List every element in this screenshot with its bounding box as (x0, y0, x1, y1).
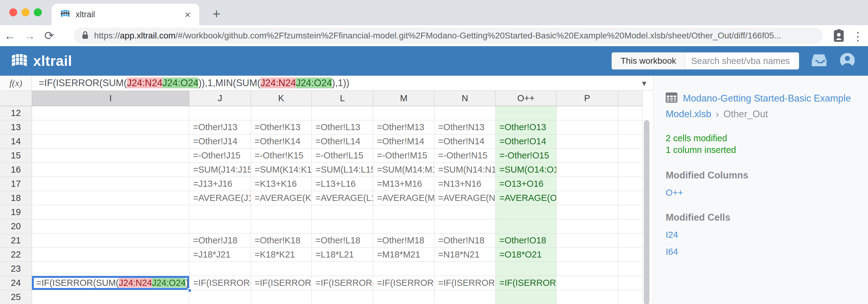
cell-O24[interactable]: =IF(ISERROR(O (496, 276, 557, 290)
cell-J12[interactable] (189, 106, 251, 120)
new-tab-button[interactable]: + (208, 5, 225, 23)
cell-I18[interactable] (32, 191, 189, 205)
cell-L22[interactable]: =L18*L21 (312, 248, 373, 262)
cell-M19[interactable] (373, 205, 434, 219)
user-avatar[interactable] (839, 52, 856, 70)
row-header-22[interactable]: 22 (0, 248, 32, 262)
cell-P19[interactable] (557, 205, 618, 219)
cell-J23[interactable] (189, 262, 251, 276)
row-header-25[interactable]: 25 (0, 290, 32, 304)
cell-O23[interactable] (496, 262, 557, 276)
cell-J24[interactable]: =IF(ISERROR(J (189, 276, 251, 290)
cell-N21[interactable]: =Other!N18 (434, 234, 496, 248)
cell-M21[interactable]: =Other!M18 (373, 234, 434, 248)
cell-L25[interactable] (312, 290, 373, 304)
row-header-14[interactable]: 14 (0, 134, 32, 149)
cell-J17[interactable]: =J13+J16 (189, 177, 251, 191)
cell-J20[interactable] (189, 219, 251, 234)
cell-N25[interactable] (434, 290, 496, 304)
row-header-15[interactable]: 15 (0, 149, 32, 163)
cell-L17[interactable]: =L13+L16 (312, 177, 373, 191)
cell-O14[interactable]: =Other!O14 (496, 134, 557, 149)
cell-M20[interactable] (373, 219, 434, 234)
cell-L18[interactable]: =AVERAGE(L13 (312, 191, 373, 205)
this-workbook-button[interactable]: This workbook (612, 52, 685, 69)
cell-M16[interactable]: =SUM(M14:M15) (373, 163, 434, 177)
cell-O20[interactable] (496, 219, 557, 234)
cell-partial-23[interactable] (618, 262, 643, 276)
select-all-corner[interactable] (0, 91, 32, 106)
row-header-23[interactable]: 23 (0, 262, 32, 276)
cell-I14[interactable] (32, 134, 189, 149)
cell-K17[interactable]: =K13+K16 (251, 177, 312, 191)
cell-M13[interactable]: =Other!M13 (373, 120, 434, 134)
cell-J22[interactable]: =J18*J21 (189, 248, 251, 262)
cell-K18[interactable]: =AVERAGE(K13 (251, 191, 312, 205)
cell-P14[interactable] (557, 134, 618, 149)
cell-N22[interactable]: =N18*N21 (434, 248, 496, 262)
cell-O12[interactable] (496, 106, 557, 120)
column-header-O[interactable]: O++ (496, 91, 557, 106)
cell-partial-14[interactable] (618, 134, 643, 149)
cell-I19[interactable] (32, 205, 189, 219)
cell-partial-20[interactable] (618, 219, 643, 234)
minimize-window-button[interactable] (22, 8, 30, 16)
cell-partial-22[interactable] (618, 248, 643, 262)
cell-K16[interactable]: =SUM(K14:K15) (251, 163, 312, 177)
cell-K22[interactable]: =K18*K21 (251, 248, 312, 262)
cell-O25[interactable] (496, 290, 557, 304)
column-header-K[interactable]: K (251, 91, 312, 106)
row-header-12[interactable]: 12 (0, 106, 32, 120)
cell-N23[interactable] (434, 262, 496, 276)
cell-partial-21[interactable] (618, 234, 643, 248)
cell-K24[interactable]: =IF(ISERROR(K (251, 276, 312, 290)
cell-N20[interactable] (434, 219, 496, 234)
profile-badge-icon[interactable] (833, 29, 845, 44)
cell-partial-18[interactable] (618, 191, 643, 205)
cell-partial-19[interactable] (618, 205, 643, 219)
reload-button[interactable]: ⟳ (39, 29, 59, 42)
cell-K20[interactable] (251, 219, 312, 234)
cell-L15[interactable]: =-Other!L15 (312, 149, 373, 163)
column-header-M[interactable]: M (373, 91, 434, 106)
cell-M12[interactable] (373, 106, 434, 120)
row-header-13[interactable]: 13 (0, 120, 32, 134)
cell-L21[interactable]: =Other!L18 (312, 234, 373, 248)
cell-L13[interactable]: =Other!L13 (312, 120, 373, 134)
cell-P17[interactable] (557, 177, 618, 191)
cell-I13[interactable] (32, 120, 189, 134)
cell-N24[interactable]: =IF(ISERROR(N (434, 276, 496, 290)
cell-J15[interactable]: =-Other!J15 (189, 149, 251, 163)
cell-P16[interactable] (557, 163, 618, 177)
cell-N12[interactable] (434, 106, 496, 120)
cell-P23[interactable] (557, 262, 618, 276)
cell-L24[interactable]: =IF(ISERROR(L (312, 276, 373, 290)
cell-O21[interactable]: =Other!O18 (496, 234, 557, 248)
modified-cell-link[interactable]: I24 (666, 230, 856, 240)
cell-J18[interactable]: =AVERAGE(J13 (189, 191, 251, 205)
cell-L14[interactable]: =Other!L14 (312, 134, 373, 149)
row-header-17[interactable]: 17 (0, 177, 32, 191)
fill-handle[interactable] (188, 288, 192, 293)
search-input[interactable] (685, 52, 799, 69)
cell-M22[interactable]: =M18*M21 (373, 248, 434, 262)
cell-partial-24[interactable] (618, 276, 643, 290)
cell-L20[interactable] (312, 219, 373, 234)
cell-O13[interactable]: =Other!O13 (496, 120, 557, 134)
column-header-L[interactable]: L (312, 91, 373, 106)
column-header-I[interactable]: I (32, 91, 189, 106)
browser-menu-icon[interactable]: ⋮ (852, 30, 864, 43)
column-header-partial[interactable] (618, 91, 643, 106)
cell-P22[interactable] (557, 248, 618, 262)
cell-N19[interactable] (434, 205, 496, 219)
cell-partial-13[interactable] (618, 120, 643, 134)
modified-column-link[interactable]: O++ (666, 188, 856, 198)
cell-J21[interactable]: =Other!J18 (189, 234, 251, 248)
cell-K14[interactable]: =Other!K14 (251, 134, 312, 149)
cell-O16[interactable]: =SUM(O14:O15) (496, 163, 557, 177)
formula-expand-caret-icon[interactable]: ▾ (642, 78, 646, 88)
cell-O18[interactable]: =AVERAGE(O13 (496, 191, 557, 205)
cell-N15[interactable]: =-Other!N15 (434, 149, 496, 163)
column-header-J[interactable]: J (189, 91, 251, 106)
vertical-scrollbar-thumb[interactable] (644, 120, 649, 304)
